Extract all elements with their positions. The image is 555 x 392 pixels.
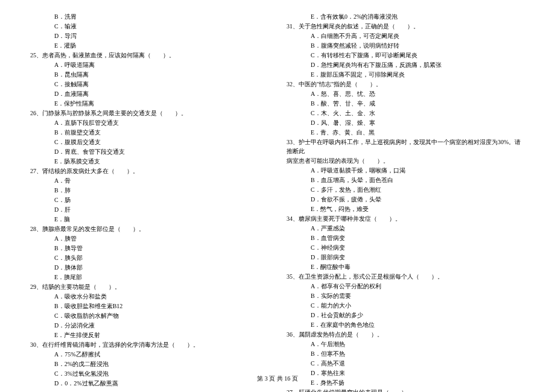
question-line: 35、在卫生资源分配上，形式公正是根据每个人（ ）。 <box>287 272 525 281</box>
option-line: A．直肠下段肛管交通支 <box>30 118 268 127</box>
option-line: D．风、暑、湿、燥、寒 <box>287 118 525 127</box>
question-line: 30、在行纤维胃镜消毒时，宜选择的化学消毒方法是（ ）。 <box>30 340 268 349</box>
option-line: A．怒、喜、思、忧、恐 <box>287 89 525 98</box>
option-line: C．肠 <box>30 195 268 204</box>
question-continuation: 病室患者可能出现的表现为（ ）。 <box>287 156 525 165</box>
question-line: 31、关于急性阑尾炎的叙述，正确的是（ ）。 <box>287 22 525 31</box>
option-line: E．产生排便反射 <box>30 330 268 340</box>
page-footer: 第 3 页 共 16 页 <box>0 374 555 383</box>
question-line: 36、属阴虚发热特点的是（ ）。 <box>287 330 525 339</box>
option-line: D．肝 <box>30 205 268 214</box>
option-line: A．呼吸道隔离 <box>30 60 268 69</box>
option-line: A．白细胞不升高，可否定阑尾炎 <box>287 31 525 40</box>
question-line: 27、肾结核的原发病灶大多在（ ）。 <box>30 166 268 175</box>
question-line: 32、中医的"情志"指的是（ ）。 <box>287 80 525 89</box>
question-line: 28、胰腺癌最常见的发生部位是（ ）。 <box>30 224 268 233</box>
option-line: E．含有效氯0．2%的消毒液浸泡 <box>287 12 525 21</box>
option-line: B．血压增高，头晕，面色苍白 <box>287 175 525 185</box>
question-line: 37、肝硬化失代偿期最突出的表现是（ ）。 <box>287 388 525 392</box>
option-line: E．肠系膜交通支 <box>30 157 268 166</box>
option-line: C．腹膜后交通支 <box>30 138 268 147</box>
option-line: D．导泻 <box>30 31 268 40</box>
content-columns: B．洗胃C．输液D．导泻E．灌肠25、患者高热，黏液脓血便，应该如何隔离（ ）。… <box>30 12 525 362</box>
option-line: B．血管病变 <box>287 233 525 242</box>
option-line: B．肺 <box>30 186 268 195</box>
question-line: 34、糖尿病主要死于哪种并发症（ ）。 <box>287 214 525 223</box>
option-line: C．胰头部 <box>30 253 268 262</box>
option-line: C．接触隔离 <box>30 80 268 89</box>
option-line: A．午后潮热 <box>287 340 525 349</box>
option-line: B．胰导管 <box>30 244 268 253</box>
question-line: 26、门静脉系与腔静脉系之间最主要的交通支是（ ）。 <box>30 109 268 118</box>
option-line: A．严重感染 <box>287 224 525 233</box>
option-line: E．青、赤、黄、白、黑 <box>287 128 525 137</box>
option-line: B．洗胃 <box>30 12 268 21</box>
option-line: D．胰体部 <box>30 263 268 272</box>
question-line: 33、护士甲在呼吸内科工作，早上巡视病房时，发现其中一个病室的相对湿度为30%。… <box>287 138 525 156</box>
option-line: C．能力的大小 <box>287 301 525 310</box>
option-line: A．呼吸道黏膜干燥，咽喉痛，口渴 <box>287 166 525 175</box>
option-line: A．胰管 <box>30 234 268 243</box>
option-line: D．分泌消化液 <box>30 321 268 330</box>
option-line: D．社会贡献的多少 <box>287 311 525 320</box>
option-line: D．血液隔离 <box>30 89 268 98</box>
option-line: D．眼部病变 <box>287 253 525 262</box>
option-line: D．食欲不振，疲倦，头晕 <box>287 195 525 204</box>
option-line: D．胃底、食管下段交通支 <box>30 147 268 156</box>
option-line: A．骨 <box>30 176 268 185</box>
option-line: C．高热不退 <box>287 359 525 368</box>
option-line: A．都享有公平分配的权利 <box>287 282 525 291</box>
option-line: C．输液 <box>30 22 268 31</box>
option-line: B．吸收胆盐和维生素B12 <box>30 302 268 311</box>
option-line: E．灌肠 <box>30 41 268 50</box>
option-line: C．木、火、土、金、水 <box>287 109 525 118</box>
option-line: C．多汗，发热，面色潮红 <box>287 185 525 194</box>
option-line: E．脑 <box>30 215 268 224</box>
left-column: B．洗胃C．输液D．导泻E．灌肠25、患者高热，黏液脓血便，应该如何隔离（ ）。… <box>30 12 268 362</box>
option-line: E．腹部压痛不固定，可排除阑尾炎 <box>287 70 525 79</box>
question-line: 29、结肠的主要功能是（ ）。 <box>30 282 268 291</box>
option-line: B．酸、苦、甘、辛、咸 <box>287 99 525 108</box>
option-line: D．急性阑尾炎均有右下腹压痛，反跳痛，肌紧张 <box>287 60 525 69</box>
right-column: E．含有效氯0．2%的消毒液浸泡31、关于急性阑尾炎的叙述，正确的是（ ）。A．… <box>287 12 525 362</box>
question-line: 25、患者高热，黏液脓血便，应该如何隔离（ ）。 <box>30 51 268 60</box>
option-line: C．有转移性右下腹痛，即可诊断阑尾炎 <box>287 51 525 60</box>
option-line: B．前腹壁交通支 <box>30 128 268 137</box>
option-line: C．吸收脂肪的水解产物 <box>30 311 268 320</box>
option-line: B．昆虫隔离 <box>30 70 268 79</box>
option-line: B．腹痛突然减轻，说明病情好转 <box>287 41 525 50</box>
option-line: E．憋气，闷热，难受 <box>287 204 525 213</box>
option-line: E．保护性隔离 <box>30 99 268 108</box>
option-line: E．酮症酸中毒 <box>287 262 525 271</box>
option-line: B．实际的需要 <box>287 291 525 300</box>
option-line: A．吸收水分和盐类 <box>30 292 268 301</box>
option-line: E．胰尾部 <box>30 273 268 282</box>
option-line: A．75%乙醇擦拭 <box>30 350 268 359</box>
option-line: B．2%的戊二醛浸泡 <box>30 359 268 368</box>
option-line: E．在家庭中的角色地位 <box>287 320 525 329</box>
option-line: C．神经病变 <box>287 243 525 252</box>
option-line: B．但寒不热 <box>287 349 525 358</box>
